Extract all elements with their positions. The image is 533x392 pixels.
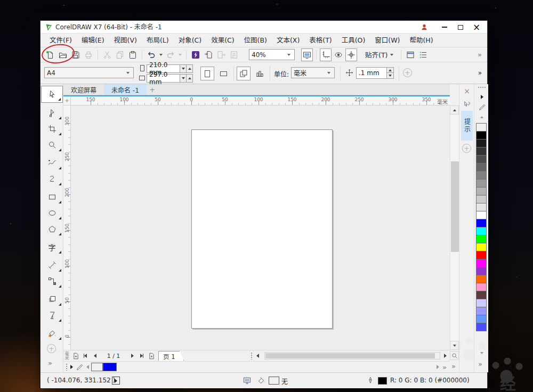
page-height-input[interactable]: 297.0 mm — [147, 74, 180, 83]
menu-item[interactable]: 位图(B) — [239, 34, 272, 47]
docker-close-icon[interactable]: × — [462, 86, 472, 96]
connector-tool[interactable] — [41, 273, 63, 289]
vertical-scrollbar[interactable]: » — [450, 84, 459, 372]
status-play-icon[interactable] — [112, 377, 120, 385]
color-swatch[interactable] — [476, 307, 487, 315]
print-icon[interactable] — [83, 48, 94, 61]
palette-scroll-up-icon[interactable] — [477, 113, 487, 121]
zoom-tool[interactable] — [41, 137, 63, 153]
horizontal-scrollbar[interactable] — [264, 352, 440, 360]
page-size-combo[interactable]: A4 — [44, 67, 134, 78]
scroll-up-icon[interactable] — [450, 105, 459, 115]
cut-icon[interactable] — [101, 48, 113, 61]
redo-dropdown-icon[interactable] — [179, 54, 182, 56]
add-tool-button[interactable]: + — [47, 344, 56, 353]
palette-scroll-down-icon[interactable] — [477, 349, 487, 357]
palette-flyout-icon[interactable] — [68, 362, 75, 372]
rectangle-tool[interactable] — [41, 189, 63, 205]
save-icon[interactable] — [70, 48, 82, 61]
vertical-scrollbar-thumb[interactable] — [451, 161, 459, 252]
proofing-monitor-icon[interactable] — [243, 377, 251, 385]
first-page-icon[interactable] — [80, 351, 90, 361]
color-swatch[interactable] — [476, 203, 487, 211]
landscape-orientation-button[interactable] — [216, 67, 230, 80]
ruler-origin-button[interactable]: ✛ — [63, 96, 71, 105]
palette-overflow-button[interactable]: » — [478, 360, 482, 368]
polygon-tool[interactable] — [41, 221, 63, 237]
color-swatch[interactable] — [476, 283, 487, 291]
b-spline-tool[interactable] — [41, 171, 63, 187]
new-tab-button[interactable]: + — [147, 84, 158, 95]
color-swatch[interactable] — [476, 275, 487, 283]
search-content-icon[interactable] — [190, 48, 201, 61]
color-swatch[interactable] — [476, 243, 487, 251]
menu-item[interactable]: 帮助(H) — [405, 34, 438, 47]
toolbar-overflow-button[interactable]: » — [478, 51, 482, 59]
color-swatch[interactable] — [476, 219, 487, 227]
menu-item[interactable]: 窗口(W) — [370, 34, 405, 47]
minimize-button[interactable] — [437, 21, 452, 34]
palette-grip[interactable] — [478, 86, 486, 88]
shape-tool[interactable] — [41, 105, 63, 121]
color-swatch[interactable] — [476, 323, 487, 331]
drop-shadow-tool[interactable] — [41, 291, 63, 307]
page-height-spinner[interactable] — [180, 74, 193, 83]
menu-item[interactable]: 对象(C) — [174, 34, 206, 47]
docker-tab-hints[interactable]: 提示 — [461, 111, 473, 141]
next-page-icon[interactable] — [127, 351, 137, 361]
transparency-tool[interactable] — [41, 307, 63, 323]
eyedropper-icon[interactable] — [75, 362, 84, 372]
page-tab[interactable]: 页 1 — [158, 351, 184, 361]
fullscreen-preview-icon[interactable] — [301, 48, 313, 61]
color-swatch[interactable] — [476, 147, 487, 156]
drawing-canvas[interactable] — [71, 105, 450, 350]
docpal-overflow-button[interactable]: » — [442, 363, 447, 371]
nudge-offset-input[interactable]: .1 mm — [356, 67, 387, 79]
tab-untitled-1[interactable]: 未命名 -1 — [104, 84, 147, 95]
menu-item[interactable]: 编辑(E) — [77, 34, 109, 47]
menu-item[interactable]: 工具(O) — [337, 34, 370, 47]
color-swatch[interactable] — [476, 235, 487, 243]
vertical-scrollbar-track[interactable] — [450, 115, 459, 341]
menu-item[interactable]: 表格(T) — [304, 34, 336, 47]
redo-icon[interactable] — [165, 48, 176, 61]
swatch-none[interactable] — [91, 363, 103, 371]
add-control-icon[interactable]: + — [403, 68, 412, 77]
account-icon[interactable] — [417, 21, 432, 34]
scroll-left-icon[interactable] — [253, 351, 262, 361]
swatch-none[interactable] — [476, 123, 487, 132]
navigator-magnifier-icon[interactable] — [450, 351, 459, 360]
zoom-level-combo[interactable]: 40% — [249, 49, 295, 60]
color-swatch[interactable] — [476, 315, 487, 323]
snap-menu-button[interactable]: 贴齐(T) — [362, 48, 398, 61]
color-swatch[interactable] — [476, 227, 487, 235]
toolbox-overflow-button[interactable]: » — [48, 359, 52, 367]
docker-add-icon[interactable]: + — [462, 144, 471, 153]
facing-pages-button[interactable] — [253, 67, 266, 80]
color-swatch[interactable] — [476, 251, 487, 259]
color-swatch[interactable] — [476, 211, 487, 219]
open-icon[interactable] — [57, 48, 69, 61]
show-guidelines-icon[interactable] — [345, 48, 357, 61]
pick-tool[interactable] — [41, 86, 63, 103]
bottom-overflow-button[interactable]: » — [451, 362, 456, 370]
menu-item[interactable]: 文件(F) — [45, 34, 77, 47]
smart-fill-tool[interactable] — [41, 325, 63, 341]
page-width-spinner[interactable] — [180, 64, 193, 73]
nudge-spinner[interactable] — [387, 67, 394, 79]
color-swatch[interactable] — [476, 131, 487, 140]
new-document-icon[interactable] — [44, 48, 56, 61]
paste-icon[interactable] — [127, 48, 139, 61]
color-swatch[interactable] — [476, 163, 487, 172]
units-combo[interactable]: 毫米 — [291, 67, 335, 78]
show-rulers-icon[interactable] — [320, 48, 332, 61]
menu-item[interactable]: 效果(C) — [206, 34, 239, 47]
fill-bucket-icon[interactable] — [257, 377, 265, 385]
color-swatch[interactable] — [476, 187, 487, 195]
export-icon[interactable] — [215, 48, 227, 61]
color-swatch[interactable] — [476, 291, 487, 299]
portrait-orientation-button[interactable] — [200, 67, 214, 80]
color-swatch[interactable] — [476, 259, 487, 267]
horizontal-scrollbar-thumb[interactable] — [265, 353, 435, 358]
menu-item[interactable]: 视图(V) — [109, 34, 142, 47]
